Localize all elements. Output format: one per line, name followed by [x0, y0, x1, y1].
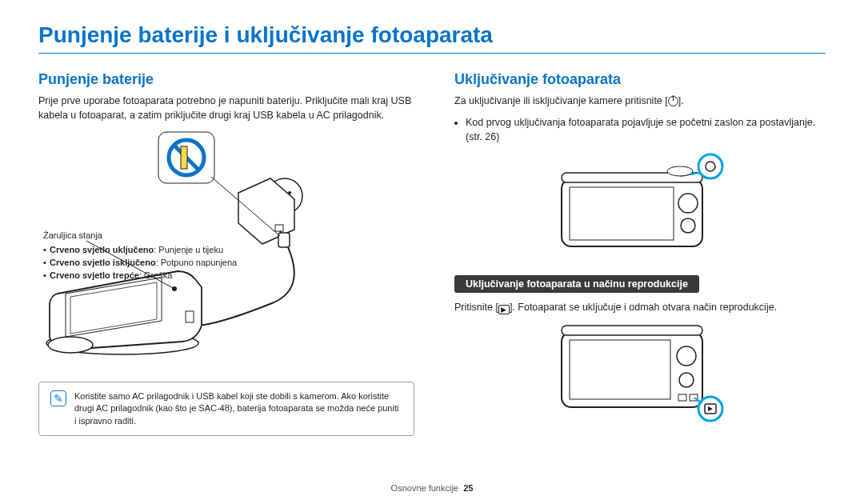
svg-rect-8 [278, 233, 290, 247]
right-column: Uključivanje fotoaparata Za uključivanje… [454, 71, 826, 436]
left-paragraph: Prije prve uporabe fotoaparata potrebno … [38, 94, 414, 122]
svg-rect-7 [275, 225, 283, 231]
footer-page-number: 25 [463, 483, 473, 493]
svg-rect-16 [570, 187, 674, 240]
led-item-charging: Crveno svjetlo uključeno: Punjenje u tij… [43, 244, 237, 257]
led-title: Žaruljica stanja [43, 230, 237, 242]
camera-top-figure [454, 152, 826, 256]
svg-point-18 [678, 194, 698, 213]
svg-point-11 [48, 337, 93, 353]
note-icon: ✎ [50, 390, 66, 406]
svg-rect-26 [562, 326, 702, 335]
footer-section: Osnovne funkcije [391, 483, 458, 493]
note-text: Koristite samo AC prilagodnik i USB kabe… [74, 390, 402, 427]
svg-point-28 [679, 373, 694, 387]
content-columns: Punjenje baterije Prije prve uporabe fot… [38, 71, 826, 436]
svg-point-19 [681, 218, 695, 233]
charging-diagram: Žaruljica stanja Crveno svjetlo uključen… [38, 129, 414, 361]
svg-rect-29 [678, 394, 686, 401]
svg-point-21 [706, 162, 715, 171]
svg-point-23 [667, 166, 693, 176]
svg-rect-25 [570, 340, 670, 399]
svg-rect-12 [186, 311, 194, 322]
svg-rect-3 [181, 146, 187, 169]
note-box: ✎ Koristite samo AC prilagodnik i USB ka… [38, 382, 414, 436]
playback-paragraph: Pritisnite [▶]. Fotoaparat se uključuje … [454, 301, 826, 315]
led-item-error: Crveno svjetlo trepće: Greška [43, 270, 237, 282]
led-status-label: Žaruljica stanja Crveno svjetlo uključen… [43, 230, 237, 282]
left-heading: Punjenje baterije [38, 71, 414, 88]
svg-point-27 [677, 346, 696, 366]
right-heading: Uključivanje fotoaparata [454, 71, 826, 88]
page-title: Punjenje baterije i uključivanje fotoapa… [38, 22, 826, 54]
playback-icon: ▶ [498, 305, 510, 314]
power-bullet-list: Kod prvog uključivanja fotoaparata pojav… [466, 115, 826, 144]
left-column: Punjenje baterije Prije prve uporabe fot… [38, 71, 414, 436]
playback-subheading: Uključivanje fotoaparata u načinu reprod… [454, 275, 699, 293]
camera-back-figure [454, 321, 826, 425]
led-item-full: Crveno svjetlo isključeno: Potpuno napun… [43, 257, 237, 270]
power-bullet: Kod prvog uključivanja fotoaparata pojav… [466, 115, 826, 144]
page-footer: Osnovne funkcije 25 [0, 483, 864, 493]
power-paragraph: Za uključivanje ili isključivanje kamere… [454, 94, 826, 109]
power-icon [668, 96, 678, 106]
